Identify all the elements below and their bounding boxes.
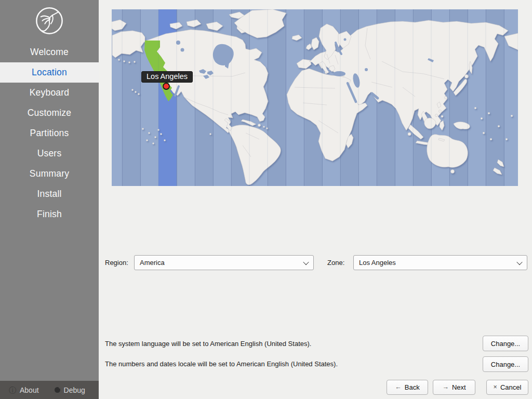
location-page: Los Angeles Region: America Zone: Los An… (99, 0, 532, 399)
about-button[interactable]: ⓘ About (9, 386, 39, 394)
language-summary-text: The system language will be set to Ameri… (105, 340, 311, 348)
numbers-locale-summary-text: The numbers and dates locale will be set… (105, 360, 338, 368)
sidebar: Welcome Location Keyboard Customize Part… (0, 0, 99, 399)
cancel-button[interactable]: × Cancel (486, 380, 528, 395)
timezone-map[interactable]: Los Angeles (112, 9, 518, 186)
cancel-label: Cancel (500, 383, 521, 391)
timezone-tooltip: Los Angeles (141, 71, 193, 83)
close-icon: × (494, 384, 497, 391)
sidebar-item-welcome: Welcome (0, 42, 99, 62)
city-marker (163, 83, 169, 89)
sidebar-item-install: Install (0, 184, 99, 204)
sidebar-item-users: Users (0, 143, 99, 164)
distro-logo-icon (34, 6, 64, 36)
sidebar-item-customize: Customize (0, 103, 99, 123)
bug-icon (55, 387, 60, 393)
debug-button[interactable]: Debug (55, 386, 85, 394)
back-button[interactable]: ← Back (387, 380, 428, 395)
arrow-left-icon: ← (395, 384, 402, 391)
chevron-down-icon (516, 259, 522, 264)
change-language-button[interactable]: Change... (483, 336, 528, 351)
next-button[interactable]: → Next (433, 380, 475, 395)
region-label: Region: (105, 255, 128, 270)
sidebar-item-summary: Summary (0, 164, 99, 184)
arrow-right-icon: → (442, 384, 449, 391)
region-value: America (140, 259, 165, 267)
debug-label: Debug (64, 386, 85, 394)
installer-window: Welcome Location Keyboard Customize Part… (0, 0, 532, 399)
sidebar-item-partitions: Partitions (0, 123, 99, 143)
world-map-svg (112, 9, 518, 186)
sidebar-item-location: Location (0, 62, 99, 83)
region-select[interactable]: America (134, 255, 314, 270)
info-icon: ⓘ (9, 387, 16, 394)
change-numbers-locale-button[interactable]: Change... (483, 356, 528, 372)
zone-value: Los Angeles (359, 259, 396, 267)
sidebar-item-finish: Finish (0, 204, 99, 224)
sidebar-item-keyboard: Keyboard (0, 83, 99, 103)
back-label: Back (405, 383, 420, 391)
sidebar-nav: Welcome Location Keyboard Customize Part… (0, 42, 99, 224)
chevron-down-icon (303, 259, 309, 264)
sidebar-footer: ⓘ About Debug (0, 381, 99, 399)
zone-label: Zone: (327, 255, 344, 270)
next-label: Next (452, 383, 466, 391)
zone-select[interactable]: Los Angeles (353, 255, 527, 270)
about-label: About (20, 386, 39, 394)
